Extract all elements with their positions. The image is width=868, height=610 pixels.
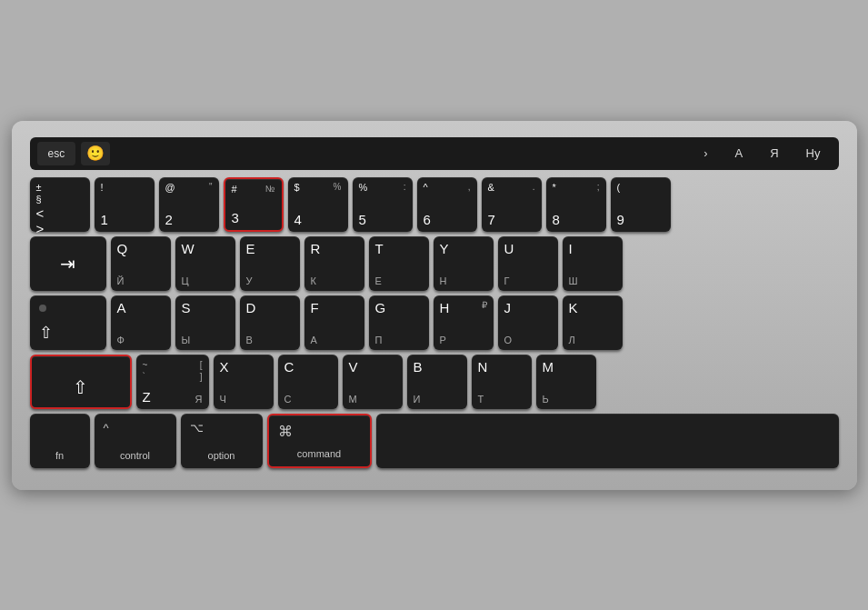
key-f[interactable]: F А xyxy=(304,295,364,350)
key-control[interactable]: ^ control xyxy=(95,414,176,468)
tb-char3: Я xyxy=(759,143,789,164)
key-h[interactable]: H ₽ Р xyxy=(434,295,494,350)
keyboard-rows: ±§ <> ! 1 @ " xyxy=(30,177,839,468)
key-shift-left[interactable]: ⇧ xyxy=(30,355,132,409)
key-s[interactable]: S Ы xyxy=(175,295,235,350)
esc-key[interactable]: esc xyxy=(37,142,76,165)
key-caps[interactable]: ⇧ xyxy=(30,295,106,350)
key-r[interactable]: R К xyxy=(304,236,364,291)
tb-char2: A xyxy=(724,143,754,164)
key-1[interactable]: ! 1 xyxy=(95,177,155,232)
row-numbers: ±§ <> ! 1 @ " xyxy=(30,177,839,232)
key-v[interactable]: V М xyxy=(343,355,403,409)
key-5[interactable]: % : 5 xyxy=(353,177,413,232)
row-bottom: fn ^ control ⌥ option ⌘ command xyxy=(30,414,839,468)
key-backtick[interactable]: ±§ <> xyxy=(30,177,90,232)
row-asdf: ⇧ A Ф S Ы D В F А xyxy=(30,295,839,350)
tb-char4: Ну xyxy=(795,143,832,164)
key-y[interactable]: Y Н xyxy=(434,236,494,291)
key-b[interactable]: B И xyxy=(407,355,467,409)
key-u[interactable]: U Г xyxy=(498,236,558,291)
key-t[interactable]: T Е xyxy=(369,236,429,291)
key-command[interactable]: ⌘ command xyxy=(267,414,372,468)
keyboard: esc 🙂 › A Я Ну ±§ <> xyxy=(12,121,857,490)
key-6[interactable]: ^ , 6 xyxy=(417,177,477,232)
key-z[interactable]: ~` [] Z Я xyxy=(136,355,209,409)
key-a[interactable]: A Ф xyxy=(111,295,171,350)
key-w[interactable]: W Ц xyxy=(175,236,235,291)
key-option[interactable]: ⌥ option xyxy=(181,414,263,468)
key-q[interactable]: Q Й xyxy=(111,236,171,291)
key-4[interactable]: $ % 4 xyxy=(288,177,348,232)
key-e[interactable]: E У xyxy=(240,236,300,291)
emoji-key[interactable]: 🙂 xyxy=(81,142,110,165)
key-d[interactable]: D В xyxy=(240,295,300,350)
key-k[interactable]: K Л xyxy=(563,295,623,350)
row-qwerty: ⇥ Q Й W Ц E У R К T xyxy=(30,236,839,291)
key-tab[interactable]: ⇥ xyxy=(30,236,106,291)
key-i[interactable]: I Ш xyxy=(563,236,623,291)
key-7[interactable]: & . 7 xyxy=(482,177,542,232)
row-zxcv: ⇧ ~` [] Z Я X Ч C С xyxy=(30,355,839,409)
key-j[interactable]: J О xyxy=(498,295,558,350)
tb-char1: › xyxy=(693,143,718,164)
key-3[interactable]: # № 3 xyxy=(224,177,284,232)
key-g[interactable]: G П xyxy=(369,295,429,350)
key-2[interactable]: @ " 2 xyxy=(159,177,219,232)
key-n[interactable]: N Т xyxy=(472,355,532,409)
key-x[interactable]: X Ч xyxy=(214,355,274,409)
key-fn[interactable]: fn xyxy=(30,414,90,468)
key-c[interactable]: C С xyxy=(278,355,338,409)
key-space[interactable] xyxy=(376,414,839,468)
key-m[interactable]: M Ь xyxy=(536,355,596,409)
key-8[interactable]: * ; 8 xyxy=(546,177,606,232)
key-9[interactable]: ( 9 xyxy=(611,177,671,232)
touch-bar: esc 🙂 › A Я Ну xyxy=(30,137,839,170)
